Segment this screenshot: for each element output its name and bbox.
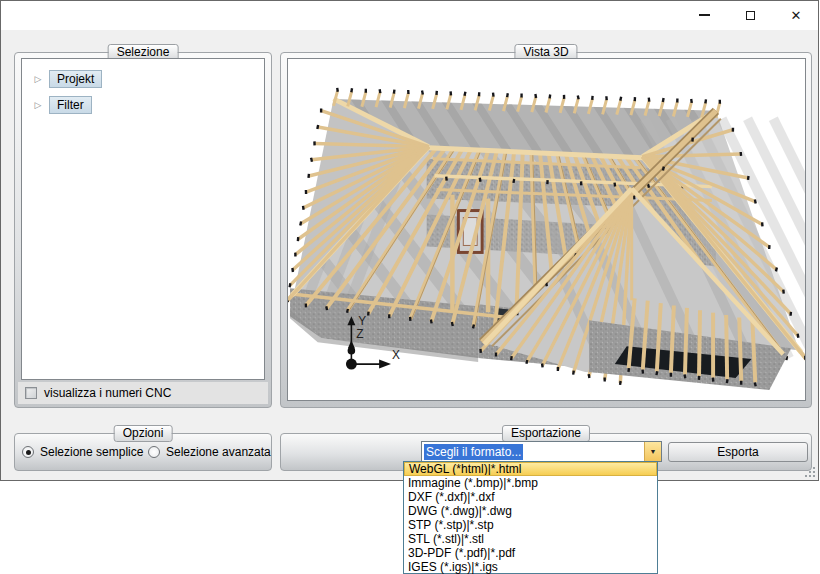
export-button[interactable]: Esporta <box>668 442 808 462</box>
minimize-icon <box>699 14 710 16</box>
tree-item-label[interactable]: Filter <box>49 96 92 114</box>
axis-label-z: Z <box>356 327 363 341</box>
close-icon: ✕ <box>791 9 802 22</box>
dropdown-option[interactable]: 3D-PDF (*.pdf)|*.pdf <box>404 546 657 560</box>
radio-label: Selezione semplice <box>40 445 143 459</box>
dropdown-option[interactable]: DXF (*.dxf)|*.dxf <box>404 490 657 504</box>
format-combobox-dropdown-button[interactable]: ▼ <box>644 442 661 461</box>
radio-circle[interactable] <box>22 446 34 458</box>
view3d-canvas[interactable]: YZX <box>287 58 806 401</box>
export-group-title: Esportazione <box>502 425 590 442</box>
chevron-down-icon: ▼ <box>650 448 657 455</box>
radio-circle[interactable] <box>148 446 160 458</box>
app-window: ✕ Selezione ▷Projekt▷Filter visualizza i… <box>0 0 819 481</box>
cnc-row: visualizza i numeri CNC <box>18 382 268 404</box>
dropdown-option[interactable]: DWG (*.dwg)|*.dwg <box>404 504 657 518</box>
format-combobox-value: Scegli il formato... <box>424 444 523 460</box>
dropdown-option[interactable]: STP (*.stp)|*.stp <box>404 518 657 532</box>
view3d-group: Vista 3D YZX <box>280 52 812 408</box>
expand-arrow-icon[interactable]: ▷ <box>31 100 45 110</box>
expand-arrow-icon[interactable]: ▷ <box>31 74 45 84</box>
cnc-checkbox-label: visualizza i numeri CNC <box>44 386 171 400</box>
dropdown-option[interactable]: IGES (*.igs)|*.igs <box>404 560 657 574</box>
selection-tree[interactable]: ▷Projekt▷Filter <box>21 58 265 380</box>
titlebar[interactable]: ✕ <box>1 1 818 30</box>
dropdown-option[interactable]: STL (*.stl)|*.stl <box>404 532 657 546</box>
selection-group: Selezione ▷Projekt▷Filter visualizza i n… <box>14 52 272 408</box>
format-dropdown-popup[interactable]: WebGL (*html)|*.htmlImmagine (*.bmp)|*.b… <box>403 461 658 574</box>
radio-selezione-avanzata[interactable]: Selezione avanzata <box>148 445 271 459</box>
options-group-title: Opzioni <box>114 425 173 442</box>
dropdown-option[interactable]: Immagine (*.bmp)|*.bmp <box>404 476 657 490</box>
tree-item-filter[interactable]: ▷Filter <box>22 93 264 116</box>
tree-item-projekt[interactable]: ▷Projekt <box>22 67 264 90</box>
resize-grip[interactable] <box>803 465 815 477</box>
radio-selezione-semplice[interactable]: Selezione semplice <box>22 445 143 459</box>
roof-3d-render: YZX <box>288 59 805 400</box>
dropdown-option[interactable]: WebGL (*html)|*.html <box>404 462 657 476</box>
axis-label-y: Y <box>358 314 366 328</box>
axis-label-x: X <box>392 348 400 362</box>
radio-label: Selezione avanzata <box>166 445 271 459</box>
format-combobox[interactable]: Scegli il formato... ▼ <box>421 441 662 462</box>
maximize-icon <box>746 11 755 20</box>
options-group: Opzioni Selezione sempliceSelezione avan… <box>14 433 272 471</box>
export-button-label: Esporta <box>717 445 758 459</box>
tree-item-label[interactable]: Projekt <box>49 70 102 88</box>
minimize-button[interactable] <box>691 6 717 24</box>
maximize-button[interactable] <box>737 6 763 24</box>
close-button[interactable]: ✕ <box>783 6 809 24</box>
cnc-checkbox[interactable] <box>25 387 37 399</box>
